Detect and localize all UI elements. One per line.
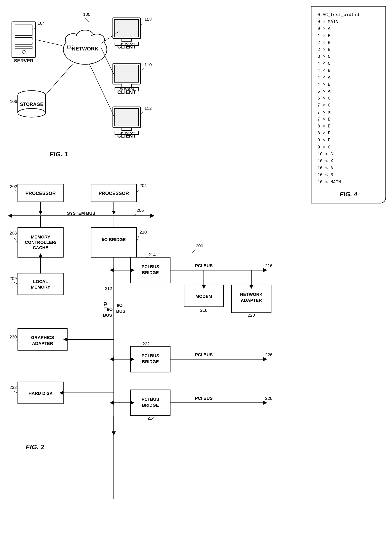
fig4-line-11: 5 > A (317, 88, 379, 95)
svg-line-163 (192, 249, 195, 253)
svg-text:104: 104 (38, 21, 45, 26)
svg-text:NETWORK: NETWORK (240, 292, 263, 297)
svg-text:PROCESSOR: PROCESSOR (98, 190, 129, 196)
svg-text:ADAPTER: ADAPTER (32, 341, 53, 346)
svg-marker-154 (263, 401, 267, 405)
fig4-content: 0 AC_test_pidtid 0 > MAIN 0 > A 1 > B 2 … (317, 12, 379, 186)
svg-marker-159 (112, 431, 116, 435)
svg-line-79 (14, 238, 17, 242)
svg-text:212: 212 (105, 286, 112, 291)
svg-text:220: 220 (248, 313, 255, 318)
svg-text:STORAGE: STORAGE (20, 102, 43, 107)
svg-line-45 (101, 48, 114, 74)
svg-line-144 (14, 391, 17, 393)
svg-text:CLIENT: CLIENT (117, 89, 136, 95)
svg-marker-67 (112, 211, 116, 215)
svg-rect-4 (15, 46, 32, 49)
fig4-line-20: 10 < G (317, 151, 379, 158)
svg-text:CLIENT: CLIENT (117, 44, 136, 50)
svg-line-17 (85, 18, 89, 22)
svg-text:BUS: BUS (103, 313, 112, 318)
svg-text:224: 224 (147, 415, 155, 421)
svg-rect-30 (122, 39, 132, 41)
svg-text:BRIDGE: BRIDGE (142, 359, 159, 364)
page: SERVER 104 NETWORK 102 100 (0, 0, 392, 549)
svg-text:BRIDGE: BRIDGE (142, 270, 159, 275)
svg-line-83 (137, 236, 139, 242)
svg-text:218: 218 (200, 308, 208, 313)
svg-text:MODEM: MODEM (196, 294, 212, 299)
fig2-diagram: PROCESSOR 202 PROCESSOR 204 SYSTEM BUS 2… (6, 172, 382, 542)
svg-text:PCI BUS: PCI BUS (141, 353, 159, 358)
fig4-line-18: 9 < F (317, 137, 379, 144)
svg-text:FIG. 2: FIG. 2 (26, 443, 44, 451)
svg-text:BUS: BUS (116, 309, 125, 314)
svg-point-5 (22, 50, 25, 53)
svg-text:214: 214 (148, 252, 156, 257)
svg-text:PCI BUS: PCI BUS (141, 397, 159, 402)
svg-rect-48 (122, 128, 132, 130)
svg-rect-47 (114, 108, 139, 126)
svg-text:BRIDGE: BRIDGE (142, 403, 159, 408)
svg-text:HARD DISK: HARD DISK (28, 391, 53, 396)
svg-text:MEMORY: MEMORY (31, 234, 50, 239)
svg-rect-80 (91, 228, 137, 257)
svg-text:CONTROLLER/: CONTROLLER/ (25, 240, 56, 245)
svg-text:216: 216 (265, 263, 273, 268)
svg-marker-70 (150, 214, 154, 218)
svg-rect-86 (18, 273, 63, 295)
svg-text:MEMORY: MEMORY (31, 285, 50, 289)
fig4-line-10: 4 > B (317, 81, 379, 88)
svg-line-54 (89, 63, 114, 116)
svg-text:202: 202 (10, 184, 17, 189)
svg-text:FIG. 1: FIG. 1 (49, 150, 68, 158)
svg-marker-151 (110, 401, 114, 405)
svg-marker-65 (39, 211, 42, 215)
svg-text:230: 230 (9, 334, 17, 339)
fig4-line-5: 2 > B (317, 46, 379, 53)
svg-text:106: 106 (10, 99, 17, 104)
svg-text:NETWORK: NETWORK (72, 46, 98, 52)
svg-text:CACHE: CACHE (33, 245, 48, 250)
svg-text:I/O: I/O (117, 303, 122, 308)
fig4-line-16: 8 < E (317, 123, 379, 130)
fig4-line-22: 10 < A (317, 165, 379, 172)
svg-text:LOCAL: LOCAL (33, 279, 48, 284)
svg-text:222: 222 (142, 341, 150, 346)
fig2-svg: PROCESSOR 202 PROCESSOR 204 SYSTEM BUS 2… (6, 172, 382, 542)
svg-text:112: 112 (144, 106, 152, 111)
svg-text:SERVER: SERVER (14, 58, 34, 63)
svg-text:206: 206 (137, 208, 144, 213)
svg-text:209: 209 (9, 276, 17, 281)
svg-line-90 (14, 282, 17, 284)
fig4-line-17: 8 > F (317, 130, 379, 137)
fig4-line-2: 0 > A (317, 25, 379, 32)
svg-line-63 (137, 190, 139, 193)
fig4-line-0: 0 AC_test_pidtid (317, 12, 379, 18)
svg-text:110: 110 (144, 62, 152, 67)
svg-rect-1 (15, 25, 32, 36)
svg-text:PCI BUS: PCI BUS (141, 264, 159, 269)
fig4-line-21: 10 < X (317, 158, 379, 165)
fig4-line-14: 7 > X (317, 109, 379, 116)
svg-line-27 (46, 63, 73, 95)
fig4-line-9: 4 < A (317, 74, 379, 81)
svg-marker-69 (8, 214, 12, 218)
svg-text:I/O: I/O (107, 307, 112, 312)
svg-line-53 (141, 112, 143, 114)
svg-text:PCI BUS: PCI BUS (195, 263, 212, 268)
svg-marker-107 (263, 268, 267, 272)
fig1-diagram: SERVER 104 NETWORK 102 100 (6, 6, 184, 164)
svg-text:108: 108 (144, 17, 152, 22)
fig4-line-13: 7 < C (317, 102, 379, 109)
svg-text:228: 228 (265, 396, 273, 401)
svg-text:210: 210 (140, 230, 147, 234)
fig4-line-6: 3 > C (317, 53, 379, 60)
svg-text:232: 232 (9, 385, 17, 390)
fig4-line-15: 7 > E (317, 116, 379, 123)
svg-marker-138 (263, 357, 267, 361)
svg-rect-2 (15, 38, 32, 40)
svg-line-18 (36, 40, 62, 46)
fig4-line-8: 4 < B (317, 67, 379, 74)
svg-text:GRAPHICS: GRAPHICS (31, 335, 54, 340)
